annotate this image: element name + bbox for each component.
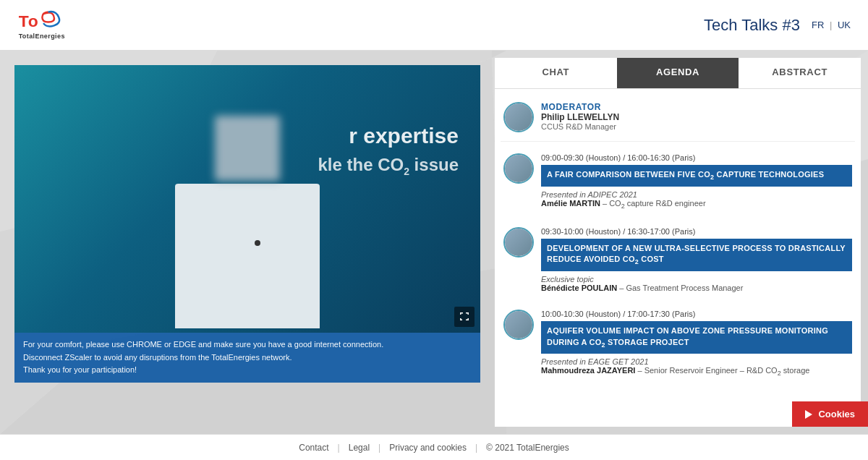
tabs-header: CHAT AGENDA ABSTRACT [495,58,861,89]
video-text-overlay: r expertise kle the CO2 issue [318,123,459,177]
agenda-item-1-content: 09:00-09:30 (Houston) / 16:00-16:30 (Par… [541,153,852,210]
speaker-2: Bénédicte POULAIN [541,284,617,292]
footer-privacy[interactable]: Privacy and cookies [389,443,467,453]
totalenergies-logo: T o TotalEnergies [17,7,82,43]
footer-contact[interactable]: Contact [299,443,328,453]
main-content: r expertise kle the CO2 issue For your c… [0,51,868,434]
speaker-3: Mahmoudreza JAZAYERI [541,366,635,375]
cookies-label: Cookies [818,409,855,419]
agenda-item-3-content: 10:00-10:30 (Houston) / 17:00-17:30 (Par… [541,310,852,377]
video-info-bar: For your comfort, please use CHROME or E… [14,333,480,383]
time-slot-3: 10:00-10:30 (Houston) / 17:00-17:30 (Par… [541,310,852,318]
lang-uk[interactable]: UK [838,20,851,30]
presented-in-3: Presented in EAGE GET 2021 [541,357,649,366]
header-right: Tech Talks #3 FR | UK [704,16,851,35]
moderator-role: CCUS R&D Manager [541,122,852,131]
cookies-button[interactable]: Cookies [792,401,868,427]
session-title-btn-3[interactable]: AQUIFER VOLUME IMPACT ON ABOVE ZONE PRES… [541,321,852,354]
footer-copyright: © 2021 TotalEnergies [486,443,569,453]
agenda-avatar-1 [503,153,534,184]
svg-text:T: T [19,12,29,30]
session-title-btn-2[interactable]: DEVELOPMENT OF A NEW ULTRA-SELECTIVE PRO… [541,239,852,271]
footer: Contact | Legal | Privacy and cookies | … [0,434,868,460]
header: T o TotalEnergies Tech Talks #3 FR | UK [0,0,868,51]
agenda-content: MODERATOR Philip LLEWELLYN CCUS R&D Mana… [495,89,861,427]
footer-sep-2: | [378,443,380,453]
session-meta-3: Presented in EAGE GET 2021 Mahmoudreza J… [541,357,852,377]
video-background: r expertise kle the CO2 issue [14,65,480,333]
video-info-line2: Disconnect ZScaler to avoid any disrupti… [23,352,472,365]
exclusive-topic-label: Exclusive topic [541,275,594,284]
expand-icon [459,312,469,322]
speaker-1: Amélie MARTIN [541,199,600,208]
moderator-avatar [503,102,534,132]
video-info-line1: For your comfort, please use CHROME or E… [23,338,472,352]
time-slot-1: 09:00-09:30 (Houston) / 16:00-16:30 (Par… [541,153,852,162]
play-icon [805,410,812,419]
video-person [153,101,341,333]
tab-chat[interactable]: CHAT [495,58,617,88]
svg-text:TotalEnergies: TotalEnergies [19,33,65,40]
lang-separator: | [830,20,832,30]
video-player[interactable]: r expertise kle the CO2 issue [14,65,480,333]
session-meta-1: Presented in ADIPEC 2021 Amélie MARTIN –… [541,190,852,210]
agenda-avatar-2 [503,227,534,257]
footer-sep-3: | [475,443,477,453]
agenda-item-2: 09:30-10:00 (Houston) / 16:30-17:00 (Par… [501,221,855,298]
lang-links: FR | UK [812,20,851,30]
video-section: r expertise kle the CO2 issue For your c… [0,51,492,434]
microphone-indicator [255,240,260,246]
tab-abstract[interactable]: ABSTRACT [739,58,861,88]
session-meta-2: Exclusive topic Bénédicte POULAIN – Gas … [541,275,852,292]
video-expand-button[interactable] [454,307,475,327]
video-info-line3: Thank you for your participation! [23,364,472,377]
moderator-label: MODERATOR [541,102,852,112]
agenda-item-2-content: 09:30-10:00 (Houston) / 16:30-17:00 (Par… [541,227,852,292]
agenda-item-1: 09:00-09:30 (Houston) / 16:00-16:30 (Par… [501,148,855,216]
right-panel: CHAT AGENDA ABSTRACT MODERATOR Philip LL… [492,51,868,434]
moderator-block: MODERATOR Philip LLEWELLYN CCUS R&D Mana… [501,96,855,142]
tab-agenda[interactable]: AGENDA [617,58,739,88]
moderator-info: MODERATOR Philip LLEWELLYN CCUS R&D Mana… [541,102,852,131]
presented-in-1: Presented in ADIPEC 2021 [541,190,637,199]
svg-text:o: o [28,12,38,30]
session-title-btn-1[interactable]: A FAIR COMPARISON BETWEEN FIVE CO2 CAPTU… [541,165,852,187]
moderator-name: Philip LLEWELLYN [541,112,852,122]
lang-fr[interactable]: FR [812,20,824,30]
time-slot-2: 09:30-10:00 (Houston) / 16:30-17:00 (Par… [541,227,852,236]
body-blur [175,184,320,328]
footer-legal[interactable]: Legal [349,443,370,453]
agenda-item-3: 10:00-10:30 (Houston) / 17:00-17:30 (Par… [501,304,855,383]
agenda-avatar-3 [503,310,534,340]
footer-sep-1: | [338,443,340,453]
logo: T o TotalEnergies [17,7,82,43]
page-title: Tech Talks #3 [704,16,800,35]
face-blur [215,116,280,181]
